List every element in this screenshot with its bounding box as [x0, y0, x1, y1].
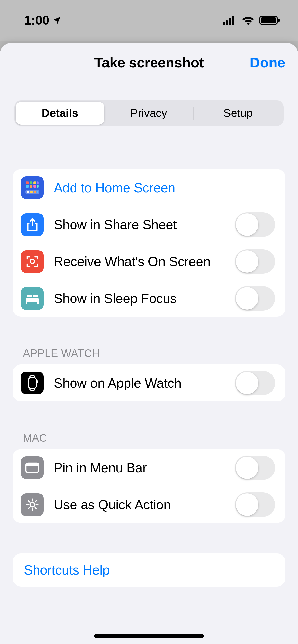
svg-line-38	[35, 507, 36, 509]
receive-screen-row: Receive What's On Screen	[13, 243, 285, 280]
svg-rect-25	[37, 302, 39, 304]
cellular-icon	[223, 16, 237, 25]
menu-bar-toggle[interactable]	[235, 456, 275, 480]
svg-rect-11	[26, 185, 29, 187]
watch-icon	[21, 372, 44, 394]
quick-action-row: Use as Quick Action	[13, 486, 285, 523]
status-bar: 1:00	[0, 0, 298, 41]
apple-watch-label: Show on Apple Watch	[54, 375, 235, 391]
svg-point-32	[30, 502, 35, 507]
svg-rect-13	[33, 185, 36, 187]
share-sheet-label: Show in Share Sheet	[54, 217, 235, 232]
menu-bar-label: Pin in Menu Bar	[54, 460, 235, 475]
apple-watch-row: Show on Apple Watch	[13, 364, 285, 401]
receive-screen-toggle[interactable]	[235, 249, 275, 274]
settings-sheet: Take screenshot Done Details Privacy Set…	[0, 43, 298, 644]
sleep-focus-toggle[interactable]	[235, 286, 275, 311]
section-header-watch: Apple Watch	[0, 347, 298, 364]
gear-icon	[21, 493, 44, 516]
sleep-focus-row: Show in Sleep Focus	[13, 280, 285, 317]
svg-rect-3	[232, 16, 234, 25]
mac-group: Pin in Menu Bar Use as Quick Action	[13, 449, 285, 523]
screen-capture-icon	[21, 250, 44, 273]
general-group: Add to Home Screen Show in Share Sheet R…	[13, 169, 285, 317]
clock-text: 1:00	[24, 13, 49, 28]
svg-rect-28	[37, 380, 38, 383]
svg-rect-2	[229, 18, 231, 25]
svg-rect-0	[223, 22, 225, 25]
shortcuts-help-label: Shortcuts Help	[24, 562, 274, 578]
svg-rect-12	[30, 185, 32, 187]
share-sheet-toggle[interactable]	[235, 212, 275, 237]
svg-rect-23	[26, 298, 39, 302]
svg-rect-1	[226, 20, 228, 25]
svg-rect-27	[28, 377, 36, 389]
tab-setup[interactable]: Setup	[194, 102, 282, 125]
svg-rect-7	[26, 181, 29, 184]
svg-rect-16	[27, 191, 29, 193]
share-sheet-row: Show in Share Sheet	[13, 206, 285, 243]
svg-rect-24	[26, 302, 27, 304]
done-button[interactable]: Done	[250, 54, 285, 71]
menu-bar-row: Pin in Menu Bar	[13, 449, 285, 486]
location-icon	[52, 15, 62, 25]
svg-rect-18	[34, 191, 36, 193]
tab-privacy[interactable]: Privacy	[104, 102, 193, 125]
bed-icon	[21, 287, 44, 310]
svg-rect-8	[30, 181, 32, 184]
svg-rect-21	[30, 259, 32, 260]
share-icon	[21, 213, 44, 236]
add-to-home-label: Add to Home Screen	[54, 180, 275, 195]
svg-rect-19	[37, 191, 38, 193]
menu-bar-icon	[21, 456, 44, 479]
receive-screen-label: Receive What's On Screen	[54, 254, 235, 269]
svg-line-39	[35, 501, 36, 502]
svg-rect-31	[26, 465, 39, 466]
wifi-icon	[241, 16, 255, 25]
nav-bar: Take screenshot Done	[0, 43, 298, 81]
svg-rect-17	[30, 191, 32, 193]
tab-details[interactable]: Details	[16, 102, 104, 125]
svg-rect-26	[32, 295, 33, 297]
svg-line-40	[28, 507, 30, 509]
segmented-control[interactable]: Details Privacy Setup	[14, 100, 284, 126]
add-to-home-row[interactable]: Add to Home Screen	[13, 169, 285, 206]
svg-rect-6	[278, 19, 280, 22]
battery-icon	[259, 16, 280, 25]
page-title: Take screenshot	[94, 54, 204, 71]
svg-point-20	[30, 259, 34, 264]
sleep-focus-label: Show in Sleep Focus	[54, 291, 235, 306]
svg-rect-5	[261, 17, 276, 23]
quick-action-toggle[interactable]	[235, 492, 275, 517]
watch-group: Show on Apple Watch	[13, 364, 285, 401]
quick-action-label: Use as Quick Action	[54, 497, 235, 512]
svg-line-37	[28, 501, 30, 502]
svg-rect-10	[37, 181, 38, 184]
home-screen-icon	[21, 176, 44, 199]
svg-rect-14	[37, 185, 38, 187]
status-time: 1:00	[24, 13, 62, 28]
svg-rect-9	[33, 181, 36, 184]
home-indicator[interactable]	[94, 634, 204, 638]
section-header-mac: Mac	[0, 432, 298, 449]
apple-watch-toggle[interactable]	[235, 371, 275, 395]
help-group: Shortcuts Help	[13, 553, 285, 587]
shortcuts-help-row[interactable]: Shortcuts Help	[13, 553, 285, 587]
status-right	[223, 16, 280, 25]
